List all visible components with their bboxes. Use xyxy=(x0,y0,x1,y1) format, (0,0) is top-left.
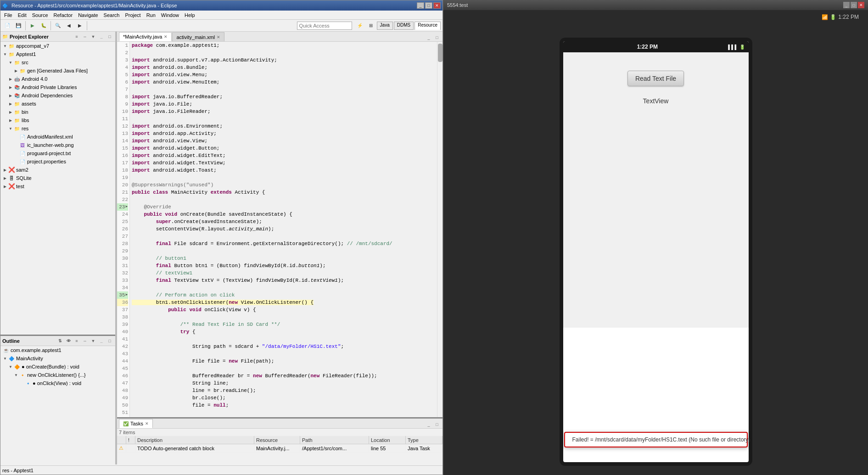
tree-bin[interactable]: ▶ 📁 bin xyxy=(0,108,115,116)
toolbar-back-btn[interactable]: ◀ xyxy=(64,21,74,31)
outline-collapse-btn[interactable]: ≡ xyxy=(73,337,80,345)
emulator-max-btn[interactable]: □ xyxy=(851,2,857,8)
eclipse-title-text: Resource - Apptest1/src/com/example/appt… xyxy=(10,3,417,8)
tab-activity-main-close[interactable]: ✕ xyxy=(217,35,220,39)
eclipse-minimize-btn[interactable]: _ xyxy=(417,2,424,9)
eclipse-window-controls: _ □ ✕ xyxy=(417,2,441,9)
menu-run[interactable]: Run xyxy=(144,11,158,19)
tree-gen[interactable]: ▶ 📁 gen [Generated Java Files] xyxy=(0,67,115,75)
emulator-min-btn[interactable]: _ xyxy=(843,2,850,8)
tree-project-props[interactable]: 📄 project.properties xyxy=(0,157,115,166)
menu-navigate[interactable]: Navigate xyxy=(75,11,101,19)
tasks-tab-label: Tasks xyxy=(130,421,143,426)
left-split: 📁 Project Explorer ≡ ↔ ▼ _ □ ▼ 📁 xyxy=(0,32,115,464)
tree-res[interactable]: ▼ 📁 res xyxy=(0,124,115,133)
tab-activity-main-xml[interactable]: activity_main.xml ✕ xyxy=(172,32,224,41)
outline-listener[interactable]: ▼ 🔸 new OnClickListener() {...} xyxy=(0,371,115,379)
outline-max-btn[interactable]: □ xyxy=(106,337,113,345)
toolbar-save-btn[interactable]: 💾 xyxy=(13,21,23,31)
outline-menu-btn[interactable]: ▼ xyxy=(90,337,97,345)
tree-libs[interactable]: ▶ 📁 libs xyxy=(0,116,115,124)
error-message: Failed! = /mnt/sdcard/data/myFolder/HS1C… xyxy=(572,436,750,443)
phone-battery-display: 🔋 xyxy=(739,45,745,50)
perspective-ddms[interactable]: DDMS xyxy=(394,22,414,30)
tab-tasks[interactable]: ✅ Tasks ✕ xyxy=(119,419,153,428)
tasks-count: 7 items xyxy=(117,429,442,436)
perspective-java[interactable]: Java xyxy=(377,22,393,30)
menu-file[interactable]: File xyxy=(1,11,15,19)
tab-mainactivity[interactable]: *MainActivity.java ✕ xyxy=(119,32,172,41)
menu-search[interactable]: Search xyxy=(101,11,123,19)
props-icon: 📄 xyxy=(19,158,26,165)
menu-window[interactable]: Window xyxy=(158,11,182,19)
toolbar-sync-btn[interactable]: ⚡ xyxy=(355,21,365,31)
quick-access-input[interactable] xyxy=(297,22,352,30)
task-location: line 55 xyxy=(369,444,406,452)
outline-sort-btn[interactable]: ⇅ xyxy=(56,337,64,345)
tree-test[interactable]: ▶ ❌ test xyxy=(0,182,115,190)
line-numbers: 1 2 3 4 5 6 7 8 9 10 11 12 13 14 xyxy=(117,42,130,417)
code-content[interactable]: package com.example.apptest1; import and… xyxy=(130,42,437,417)
toolbar-fwd-btn[interactable]: ▶ xyxy=(75,21,85,31)
tab-mainactivity-close[interactable]: ✕ xyxy=(164,34,168,39)
read-text-file-btn[interactable]: Read Text File xyxy=(627,71,684,86)
outline-package[interactable]: ☕ com.example.apptest1 xyxy=(0,346,115,354)
tree-private-libs[interactable]: ▶ 📚 Android Private Libraries xyxy=(0,83,115,91)
col-location: Location xyxy=(369,436,406,444)
eclipse-maximize-btn[interactable]: □ xyxy=(425,2,432,9)
toolbar-new-btn[interactable]: 📄 xyxy=(2,21,12,31)
editor-max-btn[interactable]: □ xyxy=(433,34,441,41)
tree-appcompat[interactable]: ▼ 📁 appcompat_v7 xyxy=(0,42,115,50)
tasks-max-btn[interactable]: □ xyxy=(433,421,441,428)
emulator-close-btn[interactable]: ✕ xyxy=(858,2,864,8)
tree-android-deps[interactable]: ▶ 📚 Android Dependencies xyxy=(0,91,115,100)
menu-edit[interactable]: Edit xyxy=(15,11,29,19)
toolbar-search-btn[interactable]: 🔍 xyxy=(53,21,63,31)
outline-min-btn[interactable]: _ xyxy=(98,337,105,345)
emulator-time: 1:22 PM xyxy=(838,14,859,20)
tree-proguard[interactable]: 📄 proguard-project.txt xyxy=(0,149,115,157)
tree-apptest1[interactable]: ▼ 📁 Apptest1 xyxy=(0,50,115,58)
link-with-editor-btn[interactable]: ↔ xyxy=(81,33,89,40)
tree-label-props: project.properties xyxy=(27,159,66,164)
tree-arrow-bin: ▶ xyxy=(8,109,13,115)
toolbar-persp-btn[interactable]: ⊞ xyxy=(366,21,376,31)
tree-ic-launcher[interactable]: 🖼 ic_launcher-web.png xyxy=(0,141,115,149)
editor-scrollbar[interactable] xyxy=(437,42,442,417)
folder-icon-libs: 📁 xyxy=(13,117,21,124)
maximize-panel-btn[interactable]: □ xyxy=(106,33,113,40)
toolbar-debug-btn[interactable]: 🐛 xyxy=(39,21,49,31)
tree-sam2[interactable]: ▶ ❌ sam2 xyxy=(0,166,115,174)
tree-android4[interactable]: ▶ 🤖 Android 4.0 xyxy=(0,75,115,83)
outline-mainactivity[interactable]: ▼ 🔷 MainActivity xyxy=(0,354,115,363)
outline-onclick[interactable]: 🔹 ● onClick(View) : void xyxy=(0,379,115,387)
tree-sqlite[interactable]: ▶ 🗄 SQLite xyxy=(0,174,115,182)
outline-hide-btn[interactable]: 👁 xyxy=(65,337,72,345)
tasks-tab-close[interactable]: ✕ xyxy=(145,421,149,426)
perspective-resource[interactable]: Resource xyxy=(414,22,441,30)
menu-project[interactable]: Project xyxy=(122,11,143,19)
view-menu-btn[interactable]: ▼ xyxy=(90,33,97,40)
task-row-1[interactable]: ⚠ TODO Auto-generated catch block MainAc… xyxy=(117,444,442,453)
toolbar-run-btn[interactable]: ▶ xyxy=(28,21,38,31)
perspective-buttons: ⚡ ⊞ Java DDMS Resource xyxy=(355,21,441,31)
eclipse-close-btn[interactable]: ✕ xyxy=(433,2,441,9)
menu-bar: File Edit Source Refactor Navigate Searc… xyxy=(0,11,442,20)
menu-source[interactable]: Source xyxy=(29,11,51,19)
outline-oncreate[interactable]: ▼ 🔶 ● onCreate(Bundle) : void xyxy=(0,363,115,371)
method-icon-onclick: 🔹 xyxy=(24,380,32,387)
tree-src[interactable]: ▼ 📁 src xyxy=(0,58,115,67)
menu-help[interactable]: Help xyxy=(182,11,198,19)
phone-status-bar: 1:22 PM ▌▌▌ 🔋 xyxy=(563,41,749,52)
tree-label-android-deps: Android Dependencies xyxy=(22,93,73,98)
class-icon-listener: 🔸 xyxy=(19,371,26,379)
tasks-min-btn[interactable]: _ xyxy=(425,421,432,428)
collapse-all-btn[interactable]: ≡ xyxy=(73,33,80,40)
tree-arrow-private-libs: ▶ xyxy=(8,84,13,90)
minimize-panel-btn[interactable]: _ xyxy=(98,33,105,40)
menu-refactor[interactable]: Refactor xyxy=(51,11,76,19)
tree-assets[interactable]: ▶ 📁 assets xyxy=(0,100,115,108)
tree-manifest[interactable]: 📄 AndroidManifest.xml xyxy=(0,133,115,141)
outline-link-btn[interactable]: ↔ xyxy=(81,337,89,345)
editor-min-btn[interactable]: _ xyxy=(425,34,432,41)
